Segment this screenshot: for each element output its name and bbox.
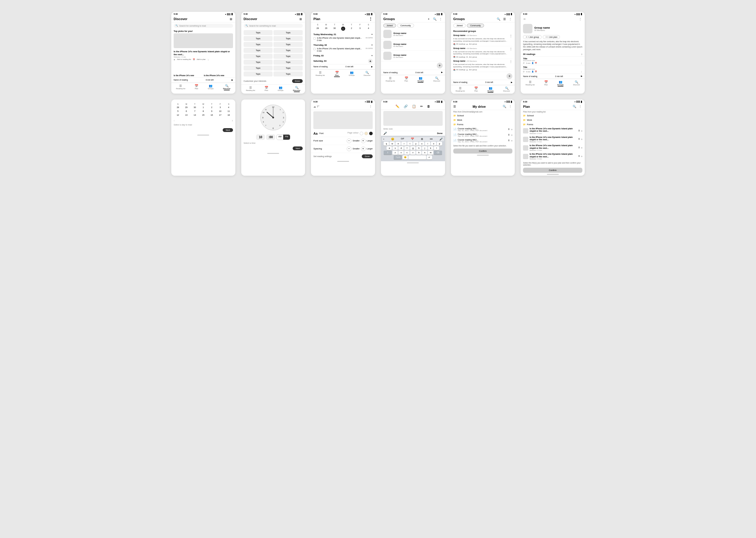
key-b[interactable]: b xyxy=(416,151,421,155)
color-warm[interactable] xyxy=(364,132,368,135)
font-larger-btn[interactable]: + xyxy=(361,138,366,143)
key-a[interactable]: a xyxy=(387,146,392,150)
key-m[interactable]: m xyxy=(428,151,433,155)
min-segment[interactable]: :00 xyxy=(266,134,275,140)
nav-di-5[interactable]: 🔍Discover xyxy=(503,86,510,93)
nav-plan[interactable]: 📅Plan xyxy=(194,84,198,90)
nav-discover-2[interactable]: 🔍 Discover xyxy=(293,86,300,92)
nav-reading-list-3[interactable]: ☰Reading list xyxy=(316,71,325,77)
highlight-icon-note[interactable]: ✏ xyxy=(420,105,423,108)
more-icon-3[interactable]: ⋮ xyxy=(368,17,373,21)
key-e[interactable]: e xyxy=(396,142,401,145)
nav-reading-list-2[interactable]: ☰Reading list xyxy=(246,86,255,92)
plan-drag-1[interactable]: ⠿ xyxy=(578,130,580,132)
plan-file-item-2[interactable]: Is the iPhone 14's new Dynamic Island pl… xyxy=(521,135,585,144)
folder-forms[interactable]: 📁 Forms xyxy=(451,122,515,127)
link-icon-note[interactable]: 🔗 xyxy=(404,105,408,108)
add-to-plan-label[interactable]: Add to plan xyxy=(197,58,205,60)
cal-28[interactable]: 28 xyxy=(313,27,322,31)
more-icon-5[interactable]: ⋮ xyxy=(508,17,513,21)
topic-4[interactable]: Topic xyxy=(273,36,303,41)
more-recomm-2[interactable]: ⋮ xyxy=(510,47,513,50)
topic-16[interactable]: Topic xyxy=(273,72,303,77)
nav-rl-5[interactable]: ☰Reading list xyxy=(456,86,465,93)
csd-9[interactable]: 9 xyxy=(208,110,216,113)
more-r2s3[interactable]: ⋮ xyxy=(368,105,373,109)
play-5[interactable]: ▶ xyxy=(511,81,513,83)
nav-groups-2[interactable]: 👥Groups xyxy=(278,86,284,92)
nav-plan-3[interactable]: 📅Plan xyxy=(334,71,340,77)
join-group-3[interactable]: Join group xyxy=(469,69,477,71)
csd-17[interactable]: 17 xyxy=(216,113,224,117)
tab-community[interactable]: Community xyxy=(397,24,414,27)
plan-file-item-4[interactable]: Is the iPhone 14's new Dynamic Island pl… xyxy=(521,152,585,161)
nav-pl-4[interactable]: 📅Plan xyxy=(405,77,408,83)
more-recomm-1[interactable]: ⋮ xyxy=(510,34,513,37)
topic-14[interactable]: Topic xyxy=(273,66,303,71)
circle-action-3[interactable]: ○ xyxy=(511,139,513,142)
add-recomm-btn[interactable]: + xyxy=(507,73,513,79)
csd-18[interactable]: 18 xyxy=(224,113,233,117)
play-icon-4[interactable]: ▶ xyxy=(441,71,443,74)
font-smaller-btn[interactable]: − xyxy=(347,138,351,143)
kb-cal-tool[interactable]: 📅 xyxy=(411,137,414,140)
plan-circle-2[interactable]: ○ xyxy=(581,138,582,140)
more-reading-2[interactable]: ⋮ xyxy=(581,71,582,73)
circle-action-1[interactable]: ○ xyxy=(511,128,513,131)
nav-gr-4[interactable]: 👥Groups xyxy=(417,77,424,83)
key-j[interactable]: j xyxy=(422,146,427,150)
csd-30[interactable]: 30 xyxy=(190,106,199,109)
topic-3[interactable]: Topic xyxy=(243,36,273,41)
plan-file-item-1[interactable]: Is the iPhone 14's new Dynamic Island pl… xyxy=(521,127,585,135)
more-recomm-3[interactable]: ⋮ xyxy=(510,60,513,63)
search-plan-file-icon[interactable]: 🔍 xyxy=(572,105,576,109)
key-f[interactable]: f xyxy=(404,146,409,150)
csd-16[interactable]: 16 xyxy=(208,113,216,117)
plan-circle-4[interactable]: ○ xyxy=(581,155,582,158)
key-t[interactable]: t xyxy=(407,142,412,145)
key-u[interactable]: u xyxy=(419,142,424,145)
key-g[interactable]: g xyxy=(410,146,415,150)
topic-12[interactable]: Topic xyxy=(273,60,303,65)
nav-gr-5[interactable]: 👥Groups xyxy=(487,86,494,93)
topic-15[interactable]: Topic xyxy=(243,72,273,77)
filter-icon-5[interactable]: ☰ xyxy=(502,17,507,21)
key-backspace[interactable]: ⌫ xyxy=(434,151,442,155)
plan-drag-4[interactable]: ⠿ xyxy=(578,155,580,158)
kb-more[interactable]: ••• xyxy=(430,137,433,140)
csd-7[interactable]: 7 xyxy=(190,110,199,113)
add-thu-icon[interactable]: + xyxy=(371,44,373,46)
am-btn[interactable]: AM xyxy=(277,134,284,140)
plan-drag-3[interactable]: ⠿ xyxy=(578,146,580,149)
filter-icon[interactable]: ⊞ xyxy=(229,17,233,21)
topic-1[interactable]: Topic xyxy=(243,30,273,35)
drag-icon-2[interactable]: ⠿ xyxy=(508,134,510,136)
topic-2[interactable]: Topic xyxy=(273,30,303,35)
search-bar-2[interactable]: 🔍 Search for something to read xyxy=(243,24,303,28)
drive-file-3[interactable]: 📄 Course reading Wk3... Sep. 01, 2022, 1… xyxy=(451,138,515,143)
csd-1[interactable]: 1 xyxy=(199,106,208,109)
key-k[interactable]: k xyxy=(428,146,433,150)
key-v[interactable]: v xyxy=(410,151,415,155)
note-done-btn[interactable]: Done xyxy=(437,132,443,134)
key-o[interactable]: o xyxy=(431,142,436,145)
color-white[interactable] xyxy=(360,132,363,135)
key-emoji-bottom[interactable]: 😊 xyxy=(403,155,408,159)
plan-circle-3[interactable]: ○ xyxy=(581,146,582,149)
csd-5[interactable]: 5 xyxy=(174,110,182,113)
search-icon-5[interactable]: 🔍 xyxy=(496,17,501,21)
drag-icon-1[interactable]: ⠿ xyxy=(508,128,510,131)
play-icon-3[interactable]: ▶ xyxy=(371,66,373,68)
nav-gr-6[interactable]: 👥Groups xyxy=(557,80,564,86)
topic-8[interactable]: Topic xyxy=(273,48,303,53)
play-6[interactable]: ▶ xyxy=(581,75,582,78)
nav-discover[interactable]: 🔍 Discover xyxy=(223,84,230,90)
kb-gif[interactable]: GIF xyxy=(401,137,404,140)
nav-rl-6[interactable]: ☰Reading list xyxy=(525,80,534,86)
key-l[interactable]: l xyxy=(434,146,439,150)
key-x[interactable]: x xyxy=(399,151,404,155)
nav-rl-4[interactable]: ☰Reading list xyxy=(386,77,395,83)
nav-reading-list[interactable]: ☰Reading list xyxy=(176,84,185,90)
nav-di-4[interactable]: 🔍Discover xyxy=(433,77,440,83)
key-h[interactable]: h xyxy=(416,146,421,150)
